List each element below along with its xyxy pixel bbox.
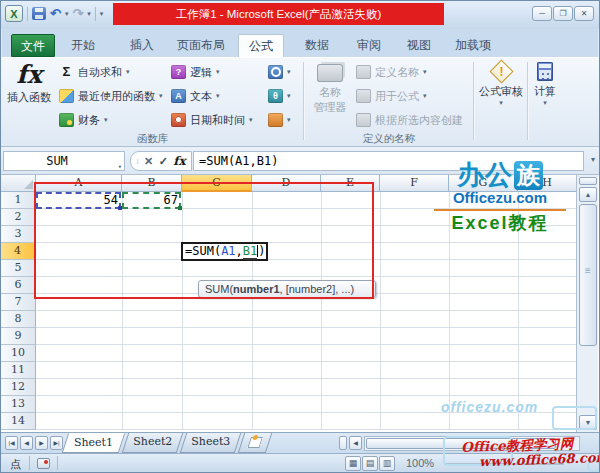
scrollbar-thumb[interactable]	[579, 204, 597, 346]
name-manager-button[interactable]: 名称 管理器	[307, 60, 353, 130]
divider	[95, 7, 96, 21]
row-header[interactable]: 1	[1, 192, 36, 209]
sheet-tab-sheet2[interactable]: Sheet2	[122, 433, 183, 453]
formula-auditing-icon: !	[489, 59, 513, 83]
select-all-corner[interactable]	[1, 175, 36, 192]
excel-app-icon[interactable]: X	[5, 5, 23, 22]
redo-icon[interactable]: ↷	[72, 7, 83, 20]
row-header[interactable]: 12	[1, 379, 36, 396]
sheet-tab-sheet1[interactable]: Sheet1	[62, 433, 125, 453]
minimize-button[interactable]: ─	[532, 6, 552, 21]
name-box-dropdown-icon[interactable]: ▾	[118, 158, 122, 176]
officezu-script-watermark: officezu.com	[441, 399, 538, 415]
row-header[interactable]: 3	[1, 226, 36, 243]
row-header[interactable]: 14	[1, 413, 36, 430]
math-trig-icon: θ	[268, 89, 283, 103]
page-layout-view-button[interactable]: ▤	[362, 456, 378, 471]
first-sheet-button[interactable]: |◀	[5, 436, 18, 450]
define-name-button[interactable]: 定义名称 ▾	[356, 61, 427, 83]
insert-function-button[interactable]: fx 插入函数	[4, 60, 54, 130]
group-separator	[473, 62, 474, 140]
tab-data[interactable]: 数据	[294, 34, 340, 57]
dropdown-icon: ▾	[423, 92, 427, 100]
save-icon[interactable]	[32, 7, 46, 20]
watermark-divider	[434, 209, 566, 211]
ribbon-tab-row: 文件 开始 插入 页面布局 公式 数据 审阅 视图 加载项 ^ ? ─ ❐ ✕	[1, 29, 599, 57]
text-button[interactable]: A 文本 ▾	[171, 85, 220, 107]
tab-file[interactable]: 文件	[11, 34, 55, 57]
split-handle[interactable]	[579, 177, 597, 185]
divider	[57, 456, 58, 470]
lookup-reference-button[interactable]: ▾	[268, 61, 291, 83]
name-box[interactable]: SUM ▾	[3, 151, 125, 171]
financial-icon	[59, 113, 74, 127]
tab-addins[interactable]: 加载项	[445, 34, 501, 57]
resize-handle-icon[interactable]: ⁞	[136, 157, 138, 166]
more-functions-icon	[268, 113, 283, 127]
expand-formula-bar-icon[interactable]: ▾	[591, 155, 595, 164]
scroll-up-button[interactable]: ▲	[579, 187, 597, 202]
confirm-entry-button[interactable]: ✓	[159, 155, 168, 168]
formula-auditing-button[interactable]: ! 公式审核 ▾	[477, 60, 525, 130]
insert-function-label: 插入函数	[7, 90, 51, 105]
tab-insert[interactable]: 插入	[120, 34, 164, 57]
more-functions-button[interactable]: ▾	[268, 109, 291, 131]
cancel-entry-button[interactable]: ✕	[144, 155, 153, 168]
use-in-formula-button[interactable]: 用于公式 ▾	[356, 85, 427, 107]
tab-split-handle[interactable]	[339, 436, 347, 450]
tab-formulas[interactable]: 公式	[238, 34, 284, 57]
close-button[interactable]: ✕	[574, 6, 594, 21]
fx-icon: fx	[16, 60, 42, 90]
sheet-tab-sheet3[interactable]: Sheet3	[180, 433, 241, 453]
zoom-level[interactable]: 100%	[406, 457, 434, 469]
insert-function-fx-button[interactable]: fx	[173, 154, 185, 168]
row-header[interactable]: 13	[1, 396, 36, 413]
row-header[interactable]: 10	[1, 345, 36, 362]
row-header[interactable]: 9	[1, 328, 36, 345]
row-header[interactable]: 7	[1, 294, 36, 311]
row-header-active[interactable]: 4	[1, 243, 36, 260]
dropdown-icon: ▾	[287, 68, 291, 76]
tab-page-layout[interactable]: 页面布局	[168, 34, 234, 57]
normal-view-button[interactable]: ▦	[345, 456, 361, 471]
page-break-view-button[interactable]: ▥	[379, 456, 395, 471]
vertical-scrollbar[interactable]: ▲ ▼	[576, 175, 598, 432]
watermark-tagline: Excel教程	[429, 213, 571, 233]
restore-button[interactable]: ❐	[553, 6, 573, 21]
tab-view[interactable]: 视图	[396, 34, 442, 57]
sheet-navigation: |◀ ◀ ▶ ▶|	[5, 436, 63, 450]
math-trig-button[interactable]: θ ▾	[268, 85, 291, 107]
window-title: 工作簿1 - Microsoft Excel(产品激活失败)	[113, 3, 444, 25]
date-time-button[interactable]: 日期和时间 ▾	[171, 109, 253, 131]
row-header[interactable]: 11	[1, 362, 36, 379]
row-header[interactable]: 5	[1, 260, 36, 277]
create-from-selection-button[interactable]: 根据所选内容创建	[356, 109, 463, 131]
hscroll-left-button[interactable]: ◀	[349, 436, 362, 450]
cell-mode-indicator: 点	[10, 457, 21, 472]
watermark-site-url: Officezu.com	[429, 190, 571, 206]
undo-icon[interactable]: ↶	[50, 7, 61, 20]
dropdown-icon: ▾	[543, 99, 547, 107]
title-bar: X ↶ ▾ ↷ ▾ ▾ 工作簿1 - Microsoft Excel(产品激活失…	[1, 1, 599, 29]
watermark-logo-text: 办公	[457, 160, 513, 190]
next-sheet-button[interactable]: ▶	[35, 436, 48, 450]
autosum-button[interactable]: Σ 自动求和 ▾	[59, 61, 130, 83]
row-header[interactable]: 6	[1, 277, 36, 294]
date-time-icon	[171, 113, 186, 127]
insert-worksheet-tab[interactable]	[238, 433, 272, 453]
financial-button[interactable]: 财务 ▾	[59, 109, 108, 131]
logical-button[interactable]: ? 逻辑 ▾	[171, 61, 220, 83]
quick-access-toolbar: X ↶ ▾ ↷ ▾ ▾	[5, 5, 103, 22]
redo-dropdown-icon[interactable]: ▾	[87, 10, 91, 18]
last-sheet-button[interactable]: ▶|	[50, 436, 63, 450]
calculation-button[interactable]: 计算 ▾	[530, 60, 560, 130]
customize-qat-icon[interactable]: ▾	[100, 10, 104, 18]
recently-used-button[interactable]: 最近使用的函数 ▾	[59, 85, 163, 107]
undo-dropdown-icon[interactable]: ▾	[65, 10, 69, 18]
tab-home[interactable]: 开始	[61, 34, 105, 57]
macro-record-icon[interactable]	[37, 458, 50, 469]
tab-review[interactable]: 审阅	[346, 34, 392, 57]
row-header[interactable]: 2	[1, 209, 36, 226]
row-header[interactable]: 8	[1, 311, 36, 328]
prev-sheet-button[interactable]: ◀	[20, 436, 33, 450]
